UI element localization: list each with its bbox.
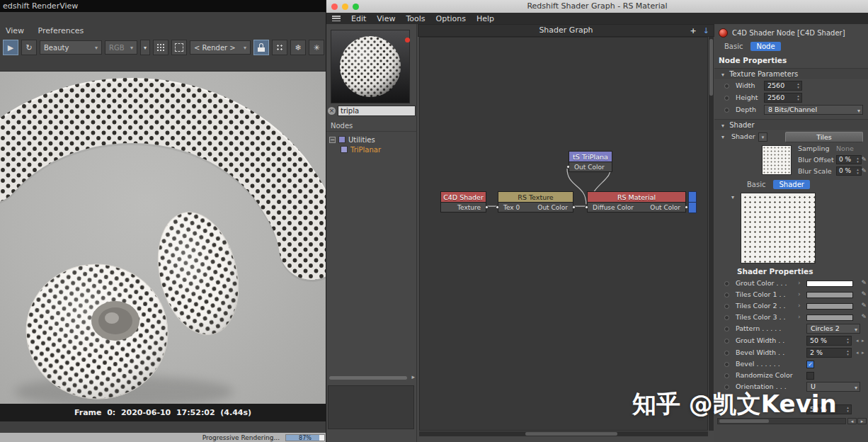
chevron-down-icon[interactable]: ▾ bbox=[721, 134, 724, 140]
menu-options[interactable]: Options bbox=[436, 14, 466, 23]
menu-view[interactable]: View bbox=[377, 14, 395, 23]
edit-pen-icon[interactable]: ✎ bbox=[861, 167, 867, 174]
dither-toggle-button[interactable] bbox=[153, 40, 169, 55]
tiles-color2-swatch[interactable] bbox=[806, 303, 853, 310]
chevron-down-icon: ▾ bbox=[721, 123, 724, 129]
grout-width-field[interactable]: 50 % ▴▾ bbox=[806, 336, 852, 346]
tab-shader[interactable]: Shader bbox=[773, 180, 809, 189]
node-rs-material[interactable]: RS Material Diffuse Color Out Color bbox=[587, 191, 686, 212]
edit-pen-icon[interactable]: ✎ bbox=[861, 290, 867, 298]
node-c4d-shader[interactable]: C4D Shader Texture bbox=[440, 191, 486, 212]
port-rsmaterial-diffuse[interactable] bbox=[585, 205, 588, 209]
step-right-icon[interactable]: ▸ bbox=[862, 338, 864, 344]
freeze-button[interactable]: ❄ bbox=[290, 40, 306, 55]
node-rs-texture[interactable]: RS Texture Tex 0 Out Color bbox=[498, 191, 573, 212]
height-field[interactable]: 2560 ▴▾ bbox=[764, 93, 802, 103]
expand-arrow-icon[interactable]: › bbox=[798, 290, 801, 298]
tiles-color1-swatch[interactable] bbox=[806, 292, 853, 298]
clear-search-icon[interactable]: × bbox=[328, 107, 336, 115]
scroll-right-icon[interactable]: ▸ bbox=[411, 373, 415, 380]
port-c4dshader-texture[interactable] bbox=[485, 205, 489, 209]
node-graph-canvas[interactable]: tS TriPlana Out Color C4D Shader Texture… bbox=[419, 37, 708, 431]
pattern-dropdown[interactable]: Circles 2 ▾ bbox=[806, 324, 860, 334]
port-rstexture-tex0[interactable] bbox=[496, 205, 499, 209]
expand-arrow-icon[interactable]: › bbox=[798, 313, 801, 320]
tab-node[interactable]: Node bbox=[750, 42, 780, 51]
display-options-arrow-button[interactable]: ▾ bbox=[140, 40, 150, 55]
minimize-button[interactable] bbox=[342, 4, 348, 10]
randomize-color-checkbox[interactable]: ✓ bbox=[806, 372, 814, 380]
start-render-button[interactable]: ▶ bbox=[3, 40, 18, 55]
hamburger-icon[interactable] bbox=[332, 16, 341, 21]
edit-pen-icon[interactable]: ✎ bbox=[861, 279, 867, 286]
menu-tools[interactable]: Tools bbox=[406, 14, 425, 23]
port-triplanar-outcolor[interactable] bbox=[566, 165, 570, 169]
snapshot-grid-button[interactable] bbox=[272, 40, 287, 55]
grout-color-swatch[interactable] bbox=[806, 280, 853, 287]
bevel-checkbox[interactable]: ✓ bbox=[806, 361, 814, 368]
spinner-icon[interactable]: ▴▾ bbox=[796, 82, 801, 89]
tiles-shader-button[interactable]: Tiles bbox=[785, 132, 863, 142]
tiles-color3-swatch[interactable] bbox=[806, 314, 853, 321]
menu-edit[interactable]: Edit bbox=[351, 14, 366, 23]
tiles-color3-label: Tiles Color 3 . . bbox=[736, 313, 786, 321]
spinner-icon[interactable]: ▴▾ bbox=[796, 94, 801, 101]
menu-preferences[interactable]: Preferences bbox=[38, 26, 84, 35]
param-dot-icon bbox=[724, 327, 729, 332]
tab-basic[interactable]: Basic bbox=[741, 180, 771, 189]
rgb-channel-dropdown[interactable]: RGB ▾ bbox=[105, 40, 137, 55]
expand-arrow-icon[interactable]: › bbox=[798, 302, 801, 309]
blur-offset-field[interactable]: 0 % ▴▾ bbox=[836, 155, 862, 164]
depth-dropdown[interactable]: 8 Bits/Channel ▾ bbox=[764, 105, 863, 115]
extra-tool-button[interactable]: ✳ bbox=[309, 40, 324, 55]
render-camera-dropdown[interactable]: < Render > ▾ bbox=[190, 40, 251, 55]
param-dot-icon bbox=[724, 339, 729, 344]
port-label-outcolor: Out Color bbox=[650, 204, 680, 211]
collapse-icon[interactable]: − bbox=[329, 137, 336, 143]
restart-render-button[interactable]: ↻ bbox=[21, 40, 37, 55]
spinner-icon[interactable]: ▴▾ bbox=[845, 349, 850, 356]
blur-scale-field[interactable]: 0 % ▴▾ bbox=[836, 166, 862, 176]
graph-vertical-scrollbar[interactable] bbox=[709, 37, 714, 431]
tree-item-triplanar[interactable]: TriPlanar bbox=[329, 144, 415, 154]
lock-view-button[interactable] bbox=[253, 40, 269, 55]
node-search-input[interactable] bbox=[338, 106, 416, 116]
render-viewport[interactable] bbox=[0, 71, 326, 404]
width-field[interactable]: 2560 ▴▾ bbox=[764, 81, 802, 91]
tab-basic[interactable]: Basic bbox=[719, 42, 748, 51]
edit-pen-icon[interactable]: ✎ bbox=[861, 313, 867, 320]
spinner-icon[interactable]: ▴▾ bbox=[855, 157, 860, 164]
section-shader[interactable]: ▾ Shader bbox=[714, 119, 868, 130]
dock-icon[interactable]: ↓ bbox=[703, 26, 709, 37]
section-texture-parameters[interactable]: ▾ Texture Parameters bbox=[714, 68, 868, 79]
step-left-icon[interactable]: ◂ bbox=[856, 338, 859, 344]
tree-item-utilities[interactable]: − Utilities bbox=[329, 135, 415, 144]
bevel-width-field[interactable]: 2 % ▴▾ bbox=[806, 348, 852, 358]
region-render-button[interactable] bbox=[171, 40, 187, 55]
palette-horizontal-scrollbar[interactable] bbox=[329, 376, 407, 380]
step-left-icon[interactable]: ◂ bbox=[856, 350, 859, 356]
expand-arrow-icon[interactable]: › bbox=[798, 279, 801, 286]
scroll-thumb[interactable] bbox=[709, 39, 713, 96]
scroll-right-button[interactable]: ▸ bbox=[857, 418, 867, 424]
edit-pen-icon[interactable]: ✎ bbox=[861, 302, 867, 309]
step-right-icon[interactable]: ▸ bbox=[862, 350, 864, 356]
menu-view[interactable]: View bbox=[6, 26, 24, 35]
port-rstexture-outcolor[interactable] bbox=[572, 205, 576, 209]
menu-help[interactable]: Help bbox=[476, 14, 494, 23]
scroll-left-button[interactable]: ◂ bbox=[847, 418, 857, 424]
spinner-icon[interactable]: ▴▾ bbox=[855, 168, 860, 175]
snowflake-icon: ❄ bbox=[295, 43, 301, 52]
chevron-down-icon[interactable]: ▾ bbox=[731, 194, 734, 200]
shader-mini-dropdown[interactable]: ▾ bbox=[758, 132, 767, 142]
node-triplanar[interactable]: tS TriPlana Out Color bbox=[569, 151, 612, 172]
edit-pen-icon[interactable]: ✎ bbox=[861, 156, 867, 163]
spinner-icon[interactable]: ▴▾ bbox=[845, 406, 850, 413]
graph-horizontal-scrollbar[interactable] bbox=[419, 431, 708, 436]
aov-beauty-dropdown[interactable]: Beauty ▾ bbox=[40, 40, 102, 55]
scroll-thumb[interactable] bbox=[525, 432, 617, 436]
spinner-icon[interactable]: ▴▾ bbox=[845, 337, 850, 344]
zoom-button[interactable] bbox=[353, 4, 359, 10]
close-button[interactable] bbox=[331, 4, 338, 10]
pan-tool-icon[interactable]: + bbox=[690, 26, 697, 37]
